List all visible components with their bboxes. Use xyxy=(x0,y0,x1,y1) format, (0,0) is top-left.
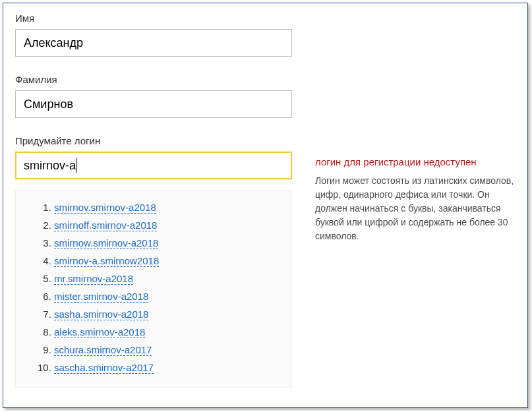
login-suggestion-link[interactable]: aleks.smirnov-a2018 xyxy=(54,326,145,338)
login-label: Придумайте логин xyxy=(15,135,302,146)
list-item: smirnow.smirnov-a2018 xyxy=(54,234,285,252)
login-hint-text: Логин может состоять из латинских символ… xyxy=(315,174,516,243)
login-suggestions-list: smirnov.smirnov-a2018 smirnoff.smirnov-a… xyxy=(22,198,285,376)
login-suggestion-link[interactable]: mister.smirnov-a2018 xyxy=(54,291,148,303)
list-item: sascha.smirnov-a2017 xyxy=(54,359,285,376)
list-item: smirnov-a.smirnow2018 xyxy=(54,252,285,270)
list-item: smirnoff.smirnov-a2018 xyxy=(54,216,285,234)
login-suggestion-link[interactable]: schura.smirnov-a2017 xyxy=(54,344,152,356)
login-error-message: логин для регистрации недоступен xyxy=(315,156,516,167)
list-item: mr.smirnov-a2018 xyxy=(54,270,285,287)
login-suggestion-link[interactable]: sascha.smirnov-a2017 xyxy=(54,362,154,374)
login-suggestion-link[interactable]: smirnow.smirnov-a2018 xyxy=(54,237,158,249)
list-item: schura.smirnov-a2017 xyxy=(54,341,285,359)
login-suggestion-link[interactable]: smirnoff.smirnov-a2018 xyxy=(54,220,157,231)
login-suggestion-link[interactable]: sasha.smirnov-a2018 xyxy=(54,309,148,320)
last-name-label: Фамилия xyxy=(15,74,302,85)
registration-form-window: Имя Фамилия Придумайте логин smirnov-a s… xyxy=(3,3,528,408)
list-item: aleks.smirnov-a2018 xyxy=(54,323,285,341)
login-suggestions-box: smirnov.smirnov-a2018 smirnoff.smirnov-a… xyxy=(15,190,292,388)
login-suggestion-link[interactable]: mr.smirnov-a2018 xyxy=(54,273,133,285)
first-name-input[interactable] xyxy=(15,29,292,57)
last-name-input[interactable] xyxy=(15,90,292,118)
list-item: sasha.smirnov-a2018 xyxy=(54,305,285,323)
validation-panel: логин для регистрации недоступен Логин м… xyxy=(302,13,516,388)
last-name-group: Фамилия xyxy=(15,74,302,118)
first-name-group: Имя xyxy=(15,13,302,57)
first-name-label: Имя xyxy=(15,13,302,24)
login-input[interactable]: smirnov-a xyxy=(15,152,292,179)
login-suggestion-link[interactable]: smirnov.smirnov-a2018 xyxy=(54,202,156,214)
list-item: smirnov.smirnov-a2018 xyxy=(54,198,285,216)
login-suggestion-link[interactable]: smirnov-a.smirnow2018 xyxy=(54,255,159,267)
login-group: Придумайте логин smirnov-a xyxy=(15,135,302,179)
list-item: mister.smirnov-a2018 xyxy=(54,287,285,305)
form-left-column: Имя Фамилия Придумайте логин smirnov-a s… xyxy=(15,13,302,388)
login-input-value: smirnov-a xyxy=(24,158,76,173)
